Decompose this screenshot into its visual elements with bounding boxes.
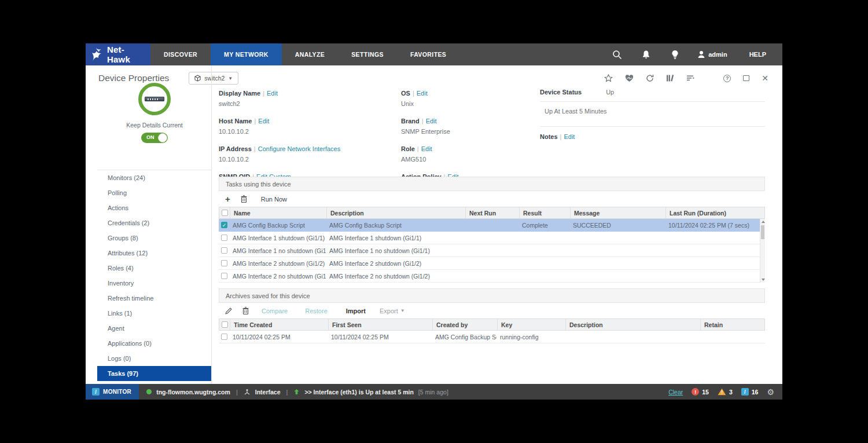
task-row[interactable]: AMG Interface 2 shutdown (Gi1/2) AMG Int… <box>219 257 760 270</box>
field-action-link[interactable]: Edit <box>426 118 437 125</box>
export-dropdown[interactable]: Export ▼ <box>380 307 405 314</box>
sidebar-item[interactable]: Applications (0) <box>97 336 211 351</box>
task-name: AMG Interface 1 no shutdown (Gi1/1) <box>229 247 326 254</box>
row-checkbox[interactable] <box>219 334 229 340</box>
field-action-link[interactable]: Edit <box>267 90 278 97</box>
archives-column-header[interactable]: Created by <box>432 319 497 330</box>
delete-task-icon[interactable] <box>241 195 247 203</box>
nav-item[interactable]: DISCOVER <box>150 43 211 65</box>
tasks-scrollbar[interactable] <box>760 219 765 283</box>
archives-section-header: Archives saved for this device <box>219 288 765 303</box>
task-row[interactable]: AMG Interface 1 no shutdown (Gi1/1) AMG … <box>219 244 760 257</box>
scroll-up-arrow[interactable] <box>762 221 765 223</box>
tasks-toolbar: + Run Now <box>219 191 765 207</box>
import-button[interactable]: Import <box>346 307 366 314</box>
row-checkbox[interactable] <box>219 260 229 266</box>
scroll-down-arrow[interactable] <box>762 279 765 281</box>
row-checkbox[interactable] <box>219 235 229 241</box>
task-row[interactable]: AMG Interface 1 shutdown (Gi1/1) AMG Int… <box>219 232 760 244</box>
field-action-link[interactable]: Edit <box>417 90 428 97</box>
archive-time-created: 10/11/2024 02:25 PM <box>229 334 328 341</box>
row-checkbox[interactable] <box>219 222 229 228</box>
field-label: OS <box>401 90 410 97</box>
restore-button[interactable]: Restore <box>305 307 328 314</box>
tasks-column-header[interactable]: Description <box>326 207 465 218</box>
monitor-chip[interactable]: / MONITOR <box>86 384 139 400</box>
sidebar-item[interactable]: Tasks (97) <box>97 366 211 381</box>
task-row[interactable]: AMG Interface 2 no shutdown (Gi1/2) AMG … <box>219 270 760 283</box>
lightbulb-icon[interactable] <box>660 50 689 60</box>
sidebar-item[interactable]: Agent <box>97 321 211 336</box>
tasks-column-header[interactable]: Next Run <box>465 207 519 218</box>
status-source: Interface <box>255 389 281 396</box>
field-action-link[interactable]: Configure Network Interfaces <box>258 145 340 152</box>
sidebar-item[interactable]: Logs (0) <box>97 351 211 366</box>
toggle-state-label: ON <box>146 134 155 140</box>
archives-column-header[interactable]: Time Created <box>230 319 328 330</box>
sidebar-item[interactable]: Refresh timeline <box>97 291 211 306</box>
field-action-link[interactable]: Edit <box>421 145 432 152</box>
sidebar-item[interactable]: Roles (4) <box>97 261 211 276</box>
edit-archive-icon[interactable] <box>225 307 232 314</box>
task-description: AMG Interface 1 no shutdown (Gi1/1) <box>326 247 465 254</box>
nav-item[interactable]: MY NETWORK <box>211 43 282 65</box>
task-row[interactable]: AMG Config Backup Script AMG Config Back… <box>219 219 760 232</box>
monitor-alerts-badge[interactable]: / 16 <box>741 388 759 396</box>
tasks-column-header[interactable]: Result <box>519 207 570 218</box>
nav-item[interactable]: FAVORITES <box>397 43 459 65</box>
warning-alerts-badge[interactable]: 3 <box>718 388 733 396</box>
archive-first-seen: 10/11/2024 02:25 PM <box>328 334 432 341</box>
row-checkbox[interactable] <box>219 247 229 254</box>
row-checkbox[interactable] <box>219 273 229 279</box>
add-task-icon[interactable]: + <box>225 195 230 203</box>
notifications-bell-icon[interactable] <box>631 50 660 59</box>
run-now-button[interactable]: Run Now <box>261 196 287 203</box>
help-menu[interactable]: HELP <box>735 51 782 58</box>
sidebar-item-label: Groups (8) <box>108 235 138 241</box>
archives-column-header[interactable]: Retain <box>700 319 759 330</box>
sidebar-item[interactable]: Actions <box>97 200 211 215</box>
field-action-link[interactable]: Edit <box>258 118 269 125</box>
nav-item[interactable]: ANALYZE <box>282 43 338 65</box>
archives-column-header[interactable]: Description <box>565 319 700 330</box>
compare-button[interactable]: Compare <box>262 307 288 314</box>
select-all-checkbox[interactable] <box>219 321 230 328</box>
sidebar-item[interactable]: Polling <box>97 185 211 200</box>
up-status-dot <box>146 389 152 394</box>
user-name: admin <box>708 51 727 58</box>
hawk-icon <box>90 47 104 62</box>
tasks-column-header[interactable]: Name <box>230 207 326 218</box>
notes-edit-link[interactable]: Edit <box>564 133 575 140</box>
tasks-column-header[interactable]: Last Run (Duration) <box>665 207 759 218</box>
gear-icon[interactable]: ⚙ <box>767 388 774 396</box>
sidebar-item-label: Credentials (2) <box>108 219 149 226</box>
critical-alerts-badge[interactable]: ! 15 <box>692 388 709 396</box>
status-time-ago: [5 min ago] <box>418 389 448 396</box>
clear-link[interactable]: Clear <box>668 389 683 396</box>
select-all-checkbox[interactable] <box>219 210 230 216</box>
sidebar-item[interactable]: Links (1) <box>97 306 211 321</box>
keep-details-toggle[interactable]: ON <box>141 133 168 143</box>
nav-right: admin HELP <box>602 43 782 65</box>
task-name: AMG Interface 2 no shutdown (Gi1/2) <box>229 273 326 280</box>
sidebar-item[interactable]: Monitors (24) <box>97 170 211 185</box>
search-icon[interactable] <box>602 50 631 60</box>
nethawk-logo[interactable]: Net-Hawk <box>86 43 150 65</box>
archives-column-header[interactable]: Key <box>497 319 565 330</box>
sidebar-item[interactable]: Credentials (2) <box>97 215 211 230</box>
sidebar-item[interactable]: Attributes (12) <box>97 246 211 261</box>
scroll-thumb[interactable] <box>761 225 764 239</box>
archives-column-header[interactable]: First Seen <box>328 319 432 330</box>
nav-item[interactable]: SETTINGS <box>338 43 397 65</box>
sidebar-item[interactable]: Inventory <box>97 276 211 291</box>
user-menu[interactable]: admin <box>689 50 735 58</box>
tasks-section: Tasks using this device + Run Now NameDe… <box>219 177 765 283</box>
sidebar-item-label: Polling <box>108 189 127 196</box>
sidebar-item-label: Actions <box>108 204 128 211</box>
tasks-column-header[interactable]: Message <box>570 207 665 218</box>
export-label: Export <box>380 307 398 314</box>
delete-archive-icon[interactable] <box>242 307 249 314</box>
archive-row[interactable]: 10/11/2024 02:25 PM 10/11/2024 02:25 PM … <box>219 331 765 343</box>
status-host[interactable]: tng-flowmon.wugtng.com <box>156 389 230 396</box>
sidebar-item[interactable]: Groups (8) <box>97 230 211 246</box>
